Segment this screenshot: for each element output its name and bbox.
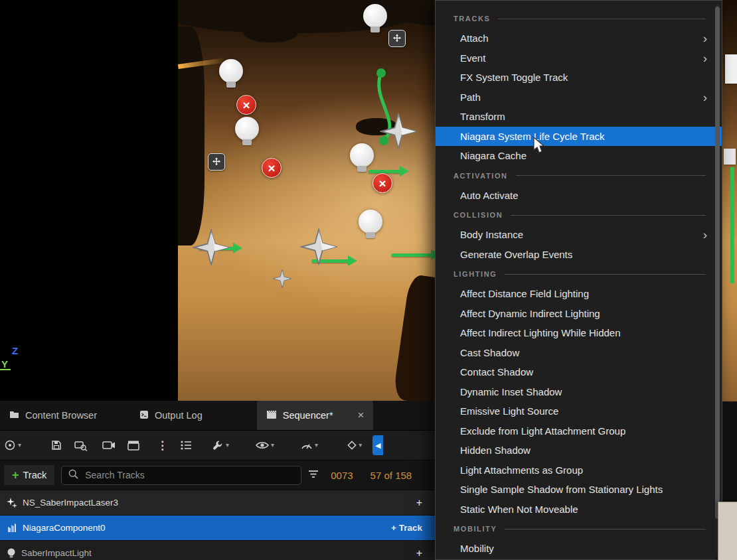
menu-item-niagara-system-life-cycle-track[interactable]: Niagara System Life Cycle Track <box>436 127 722 147</box>
menu-item-dynamic-inset-shadow[interactable]: Dynamic Inset Shadow <box>436 382 722 402</box>
add-track-context-menu: TRACKSAttach›Event›FX System Toggle Trac… <box>435 0 722 560</box>
add-track-button[interactable]: + Track <box>4 465 54 485</box>
track-label: SaberImpactLight <box>21 548 92 558</box>
track-list: NS_SaberImpactLaser3+NiagaraComponent0+ … <box>0 490 436 560</box>
axis-line-y <box>0 369 11 370</box>
menu-item-hidden-shadow[interactable]: Hidden Shadow <box>436 441 722 460</box>
menu-item-mobility[interactable]: Mobility <box>436 539 722 559</box>
light-actor-icon[interactable] <box>235 117 259 145</box>
close-tab-icon[interactable]: × <box>358 409 365 422</box>
search-tracks-input[interactable] <box>84 469 294 481</box>
error-badge-icon: × <box>372 173 392 193</box>
current-frame-value[interactable]: 0073 <box>331 470 353 481</box>
submenu-chevron-icon: › <box>703 32 707 44</box>
niagara-system-icon <box>7 498 17 508</box>
track-label: NiagaraComponent0 <box>23 523 106 533</box>
light-actor-icon[interactable] <box>219 59 243 88</box>
settings-wrench-icon[interactable]: ▾ <box>212 439 229 451</box>
tab-sequencer[interactable]: Sequencer* × <box>257 401 374 430</box>
axis-label-y: Y <box>1 358 8 370</box>
menu-item-emissive-light-source[interactable]: Emissive Light Source <box>436 401 722 421</box>
menu-section-header-activation: ACTIVATION <box>436 166 722 186</box>
scrollbar-thumb[interactable] <box>715 7 720 519</box>
tab-label: Sequencer* <box>283 410 333 421</box>
menu-item-light-attachments-as-group[interactable]: Light Attachments as Group <box>436 460 722 480</box>
menu-section-header-tracks: TRACKS <box>436 9 722 29</box>
tab-label: Content Browser <box>25 410 97 421</box>
menu-item-attach[interactable]: Attach› <box>436 29 722 48</box>
light-actor-icon[interactable] <box>363 4 387 33</box>
menu-item-exclude-from-light-attachment-group[interactable]: Exclude from Light Attachment Group <box>436 421 722 441</box>
section-divider-line <box>516 175 706 176</box>
move-tool-badge-icon <box>388 30 406 47</box>
sequence-breadcrumb-icon[interactable]: ▾ <box>4 439 21 451</box>
offscreen-sprite <box>724 149 736 165</box>
light-actor-icon[interactable] <box>359 210 382 238</box>
plus-icon: + <box>12 469 19 481</box>
particle-sprite-icon[interactable] <box>272 269 292 291</box>
particle-sprite-icon[interactable] <box>300 228 337 268</box>
tab-label: Output Log <box>155 410 203 421</box>
tab-output-log[interactable]: Output Log <box>130 401 212 430</box>
offscreen-sprite <box>725 54 737 84</box>
menu-section-header-lighting: LIGHTING <box>436 264 722 284</box>
menu-item-body-instance[interactable]: Body Instance› <box>436 225 722 245</box>
add-section-button[interactable]: + <box>416 547 422 559</box>
menu-item-static-when-not-moveable[interactable]: Static When Not Moveable <box>436 500 722 520</box>
section-divider-line <box>505 529 706 529</box>
playback-options-icon[interactable]: ▾ <box>301 441 318 450</box>
particle-sprite-icon[interactable] <box>193 229 230 269</box>
view-options-eye-icon[interactable]: ▾ <box>256 441 274 450</box>
sequencer-search-row: + Track 0073 57 of 158 <box>0 460 436 490</box>
menu-item-contact-shadow[interactable]: Contact Shadow <box>436 362 722 382</box>
floating-rock <box>243 19 299 42</box>
section-divider-line <box>505 274 706 275</box>
menu-item-single-sample-shadow-from-stationary-lights[interactable]: Single Sample Shadow from Stationary Lig… <box>436 480 722 500</box>
submenu-chevron-icon: › <box>703 52 707 64</box>
offscreen-gizmo-line <box>730 167 734 283</box>
menu-item-event[interactable]: Event› <box>436 48 722 68</box>
add-section-button[interactable]: + <box>416 497 422 509</box>
menu-item-generate-overlap-events[interactable]: Generate Overlap Events <box>436 245 722 265</box>
light-icon <box>7 548 16 559</box>
track-row-SaberImpactLight[interactable]: SaberImpactLight+ <box>0 541 436 560</box>
mouse-cursor <box>532 137 546 157</box>
more-options-icon[interactable]: ⋮ <box>157 439 168 453</box>
light-actor-icon[interactable] <box>350 143 374 172</box>
keyframe-options-icon[interactable]: ▾ <box>347 441 362 450</box>
menu-item-niagara-cache[interactable]: Niagara Cache <box>436 146 722 166</box>
rock-wall <box>178 27 205 245</box>
menu-section-header-mobility: MOBILITY <box>436 519 722 539</box>
error-badge-icon: × <box>262 158 282 178</box>
track-row-NiagaraComponent0[interactable]: NiagaraComponent0+ Track <box>0 516 436 541</box>
search-tracks-box[interactable] <box>61 466 301 485</box>
render-movie-icon[interactable] <box>127 440 139 451</box>
partial-side-panel <box>718 502 737 560</box>
menu-item-fx-system-toggle-track[interactable]: FX System Toggle Track <box>436 68 722 88</box>
add-track-label: Track <box>23 470 47 480</box>
track-row-NS_SaberImpactLaser3[interactable]: NS_SaberImpactLaser3+ <box>0 490 436 516</box>
menu-item-affect-distance-field-lighting[interactable]: Affect Distance Field Lighting <box>436 284 722 304</box>
menu-item-auto-activate[interactable]: Auto Activate <box>436 186 722 206</box>
find-in-content-browser-icon[interactable] <box>74 439 88 451</box>
menu-item-path[interactable]: Path› <box>436 88 722 107</box>
jump-to-start-button[interactable]: ◀ <box>372 435 383 455</box>
menu-item-transform[interactable]: Transform <box>436 107 722 127</box>
context-menu-scrollbar[interactable] <box>715 5 720 557</box>
section-divider-line <box>511 215 706 216</box>
submenu-chevron-icon: › <box>703 91 707 104</box>
save-sequence-icon[interactable] <box>50 439 62 451</box>
create-camera-icon[interactable] <box>102 440 116 451</box>
filter-icon[interactable] <box>308 469 319 481</box>
context-menu-items: TRACKSAttach›Event›FX System Toggle Trac… <box>436 9 722 559</box>
error-badge-icon: × <box>236 95 256 115</box>
tab-content-browser[interactable]: Content Browser <box>0 401 106 430</box>
menu-item-affect-indirect-lighting-while-hidden[interactable]: Affect Indirect Lighting While Hidden <box>436 323 722 343</box>
add-section-button[interactable]: + Track <box>391 523 422 533</box>
edit-details-icon[interactable] <box>180 440 192 451</box>
particle-sprite-icon[interactable] <box>380 113 417 153</box>
menu-item-affect-dynamic-indirect-lighting[interactable]: Affect Dynamic Indirect Lighting <box>436 304 722 324</box>
menu-item-cast-shadow[interactable]: Cast Shadow <box>436 343 722 363</box>
sequencer-icon <box>266 410 277 421</box>
translate-arrow-gizmo[interactable] <box>392 253 432 257</box>
